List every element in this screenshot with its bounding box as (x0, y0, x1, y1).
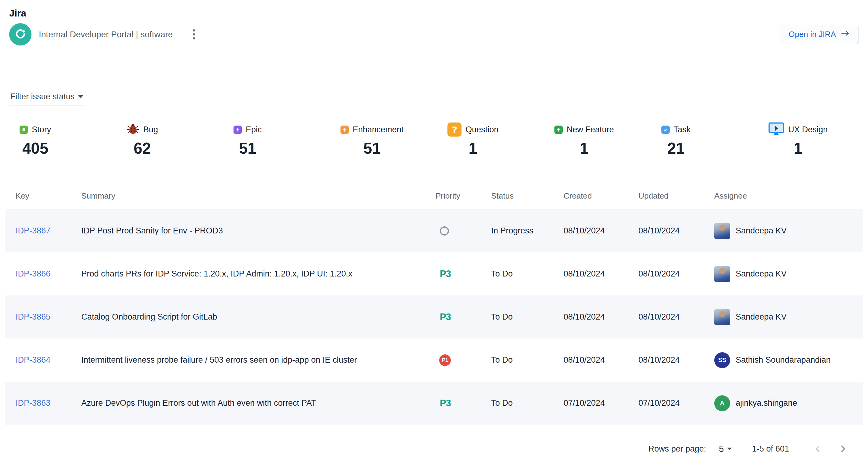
counter-label: Question (465, 125, 498, 134)
counter-count: 1 (794, 140, 802, 156)
new-feature-icon (554, 126, 563, 134)
rows-per-page-value: 5 (719, 444, 724, 454)
column-header-summary: Summary (81, 191, 436, 201)
issue-status: To Do (491, 312, 564, 322)
header-row: Internal Developer Portal | software Ope… (9, 23, 859, 45)
next-page-button[interactable] (836, 441, 850, 456)
counter-label: UX Design (788, 125, 828, 134)
priority-p3-icon: P3 (440, 312, 451, 323)
assignee-name: ajinkya.shingane (736, 398, 797, 408)
issue-updated: 08/10/2024 (639, 269, 714, 279)
issue-summary: IDP Post Prod Sanity for Env - PROD3 (81, 226, 436, 236)
priority-p3-icon: P3 (440, 269, 451, 279)
counter-count: 51 (363, 140, 381, 156)
counter-question: ? Question 1 (447, 121, 554, 156)
previous-page-button[interactable] (810, 441, 825, 456)
arrow-right-icon (841, 30, 850, 39)
filter-label: Filter issue status (10, 92, 74, 101)
issue-created: 07/10/2024 (564, 398, 639, 408)
chevron-down-icon (78, 95, 83, 98)
issue-key-link[interactable]: IDP-3866 (16, 269, 51, 279)
avatar (714, 223, 730, 239)
issue-summary: Azure DevOps Plugin Errors out with Auth… (81, 398, 436, 408)
priority-p3-icon: P3 (440, 398, 451, 409)
avatar: A (714, 395, 730, 411)
assignee-name: Sathish Soundarapandian (736, 355, 831, 365)
table-row[interactable]: IDP-3863 Azure DevOps Plugin Errors out … (5, 381, 863, 425)
issue-status: To Do (491, 269, 564, 279)
bug-icon (127, 123, 140, 136)
table-row[interactable]: IDP-3866 Prod charts PRs for IDP Service… (5, 252, 863, 295)
open-in-jira-button[interactable]: Open in JIRA (780, 25, 859, 44)
avatar (714, 309, 730, 325)
counter-task: Task 21 (661, 121, 768, 156)
kebab-menu-icon[interactable] (190, 26, 198, 42)
issues-table: Key Summary Priority Status Created Upda… (9, 187, 859, 425)
issue-key-link[interactable]: IDP-3865 (16, 312, 51, 322)
issue-summary: Catalog Onboarding Script for GitLab (81, 312, 436, 322)
counter-label: Enhancement (353, 125, 404, 134)
column-header-updated: Updated (639, 191, 714, 201)
avatar: SS (714, 352, 730, 368)
project-logo (9, 23, 31, 45)
counter-label: Bug (143, 125, 158, 134)
counter-ux-design: UX Design 1 (768, 121, 868, 156)
filter-issue-status-dropdown[interactable]: Filter issue status (9, 92, 85, 105)
issue-type-counters: Story 405 (9, 121, 859, 156)
ux-design-icon (768, 122, 784, 137)
enhancement-icon (340, 126, 349, 134)
counter-count: 405 (22, 140, 48, 156)
counter-story: Story 405 (20, 121, 127, 156)
rows-per-page-select[interactable]: 5 (719, 444, 732, 454)
column-header-assignee: Assignee (714, 191, 859, 201)
counter-epic: Epic 51 (234, 121, 340, 156)
column-header-priority: Priority (436, 191, 491, 201)
column-header-key: Key (16, 191, 81, 201)
issue-updated: 08/10/2024 (639, 226, 714, 236)
story-icon (20, 126, 28, 134)
issue-summary: Prod charts PRs for IDP Service: 1.20.x,… (81, 269, 436, 279)
project-name: Internal Developer Portal | software (39, 30, 173, 39)
assignee-name: Sandeepa KV (736, 269, 787, 279)
issue-key-link[interactable]: IDP-3863 (16, 398, 51, 408)
table-row[interactable]: IDP-3867 IDP Post Prod Sanity for Env - … (5, 209, 863, 252)
counter-label: Story (32, 125, 51, 134)
issue-updated: 08/10/2024 (639, 312, 714, 322)
issue-key-link[interactable]: IDP-3867 (16, 226, 51, 236)
table-header: Key Summary Priority Status Created Upda… (9, 187, 859, 205)
counter-label: Epic (246, 125, 262, 134)
pagination: Rows per page: 5 1-5 of 601 (9, 441, 859, 456)
table-row[interactable]: IDP-3865 Catalog Onboarding Script for G… (5, 295, 863, 338)
pagination-range: 1-5 of 601 (752, 444, 789, 454)
issue-key-link[interactable]: IDP-3864 (16, 355, 51, 365)
issue-created: 08/10/2024 (564, 226, 639, 236)
assignee-name: Sandeepa KV (736, 226, 787, 236)
issue-status: In Progress (491, 226, 564, 236)
counter-count: 1 (580, 140, 588, 156)
counter-count: 62 (133, 140, 151, 156)
task-icon (661, 126, 670, 134)
priority-none-icon (440, 226, 449, 236)
issue-updated: 07/10/2024 (639, 398, 714, 408)
counter-new-feature: New Feature 1 (554, 121, 661, 156)
counter-count: 1 (468, 140, 477, 156)
issue-created: 08/10/2024 (564, 312, 639, 322)
assignee-name: Sandeepa KV (736, 312, 787, 322)
table-body: IDP-3867 IDP Post Prod Sanity for Env - … (9, 209, 859, 425)
issue-created: 08/10/2024 (564, 269, 639, 279)
issue-updated: 08/10/2024 (639, 355, 714, 365)
chevron-down-icon (727, 447, 732, 450)
column-header-created: Created (564, 191, 639, 201)
issue-status: To Do (491, 355, 564, 365)
column-header-status: Status (491, 191, 564, 201)
jira-app-icon (13, 27, 28, 42)
page-title: Jira (9, 8, 859, 19)
open-in-jira-label: Open in JIRA (788, 30, 836, 39)
table-row[interactable]: IDP-3864 Intermittent liveness probe fai… (5, 338, 863, 381)
counter-count: 21 (667, 140, 685, 156)
counter-count: 51 (239, 140, 256, 156)
counter-enhancement: Enhancement 51 (340, 121, 447, 156)
counter-label: New Feature (567, 125, 614, 134)
rows-per-page-label: Rows per page: (648, 444, 706, 454)
priority-p1-icon: P1 (439, 355, 451, 366)
